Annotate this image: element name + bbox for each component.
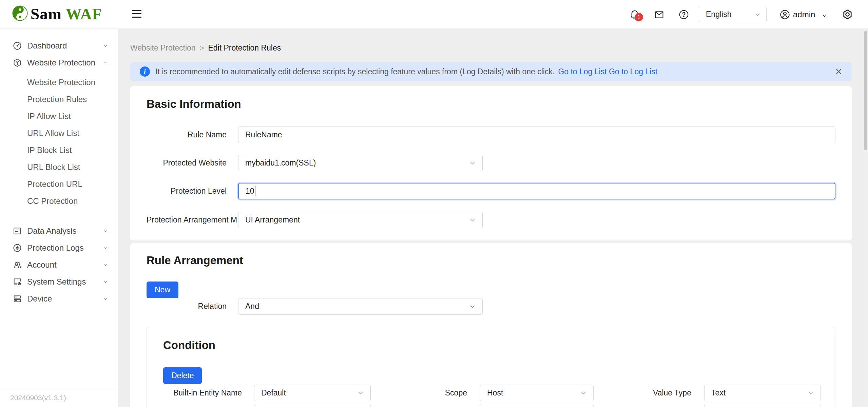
sidebar-item-label: Device — [27, 294, 52, 304]
banner-close-icon[interactable]: ✕ — [835, 67, 842, 77]
sidebar-item-system-settings[interactable]: System Settings — [0, 273, 118, 290]
sidebar-subitem-ip-block-list[interactable]: IP Block List — [0, 142, 118, 159]
brand-logo[interactable]: Sam WAF — [12, 5, 102, 23]
avatar[interactable] — [779, 9, 790, 21]
sidebar-item-data-analysis[interactable]: Data Analysis — [0, 222, 118, 239]
relation-row: Relation And — [147, 298, 835, 315]
data-analysis-icon — [13, 226, 22, 236]
breadcrumb: Website Protection > Edit Protection Rul… — [130, 43, 863, 53]
dashboard-icon — [13, 41, 22, 51]
language-select[interactable]: English — [699, 7, 767, 22]
sidebar-item-label: Data Analysis — [27, 226, 76, 236]
chevron-down-icon — [102, 295, 109, 302]
device-icon — [13, 294, 22, 304]
scope-label: Scope — [426, 385, 467, 401]
scrollbar-track[interactable] — [863, 29, 868, 407]
website-protection-submenu: Website Protection Protection Rules IP A… — [0, 71, 118, 212]
system-settings-icon — [13, 277, 22, 287]
protection-level-input[interactable]: 10 — [238, 183, 835, 199]
breadcrumb-separator: > — [200, 44, 204, 53]
version-label: 20240903(v1.3.1) — [0, 389, 118, 407]
protected-website-select[interactable]: mybaidu1.com(SSL) — [238, 155, 483, 171]
sidebar-item-label: Website Protection — [27, 58, 95, 67]
topbar: Sam WAF 1 English admin — [0, 0, 868, 29]
protected-website-row: Protected Website mybaidu1.com(SSL) — [147, 155, 835, 171]
entity-next-input[interactable] — [254, 404, 371, 407]
chevron-down-icon — [469, 216, 476, 224]
chevron-down-icon — [102, 42, 109, 49]
scope-group: Scope Host — [426, 385, 594, 407]
arrangement-mode-select[interactable]: UI Arrangement — [238, 212, 483, 228]
yinyang-logo-icon — [12, 5, 28, 22]
sidebar-item-label: Protection Logs — [27, 243, 84, 253]
basic-information-title: Basic Information — [147, 98, 835, 111]
relation-select[interactable]: And — [238, 298, 483, 315]
scope-select[interactable]: Host — [480, 385, 594, 401]
sidebar-collapse-button[interactable] — [132, 10, 141, 19]
protected-website-value: mybaidu1.com(SSL) — [245, 158, 469, 168]
info-icon: i — [140, 66, 150, 77]
sidebar-item-dashboard[interactable]: Dashboard — [0, 37, 118, 54]
shield-hexagon-icon — [13, 58, 22, 67]
chevron-up-icon — [102, 59, 109, 66]
chevron-down-icon — [102, 245, 109, 251]
arrangement-mode-value: UI Arrangement — [245, 215, 469, 225]
rule-arrangement-title: Rule Arrangement — [147, 254, 835, 267]
scope-next-input[interactable] — [480, 404, 594, 407]
condition-box: Condition Delete Built-in Entity Name De… — [147, 327, 835, 407]
sidebar-item-device[interactable]: Device — [0, 290, 118, 307]
rule-name-value: RuleName — [245, 130, 282, 139]
sidebar-item-website-protection[interactable]: Website Protection — [0, 54, 118, 71]
chevron-down-icon — [580, 389, 587, 397]
sidebar-subitem-website-protection[interactable]: Website Protection — [0, 74, 118, 91]
protection-level-value: 10 — [246, 187, 254, 196]
sidebar-item-account[interactable]: Account — [0, 256, 118, 273]
rule-arrangement-card: Rule Arrangement New Relation And Condit… — [130, 243, 852, 407]
sidebar-subitem-ip-allow-list[interactable]: IP Allow List — [0, 108, 118, 125]
relation-value: And — [245, 302, 469, 311]
relation-label: Relation — [147, 302, 227, 311]
protection-level-label: Protection Level — [147, 187, 227, 196]
value-type-select[interactable]: Text — [704, 385, 821, 401]
rule-name-input[interactable]: RuleName — [238, 127, 835, 143]
sidebar-subitem-url-allow-list[interactable]: URL Allow List — [0, 125, 118, 142]
sidebar-item-protection-logs[interactable]: Protection Logs — [0, 239, 118, 256]
go-to-log-list-link[interactable]: Go to Log List Go to Log List — [558, 67, 657, 76]
info-banner: i It is recommended to automatically edi… — [130, 62, 852, 81]
chevron-down-icon — [469, 159, 476, 167]
sidebar: Dashboard Website Protection Website Pro… — [0, 29, 118, 407]
value-type-group: Value Type Text — [653, 385, 821, 407]
settings-icon[interactable] — [842, 9, 853, 21]
help-icon[interactable] — [678, 9, 689, 21]
delete-button[interactable]: Delete — [163, 367, 202, 384]
breadcrumb-parent[interactable]: Website Protection — [130, 43, 196, 53]
value-type-next-input[interactable] — [704, 404, 821, 407]
sidebar-item-label: Account — [27, 260, 57, 270]
banner-text: It is recommended to automatically edit … — [155, 67, 555, 76]
sidebar-item-label: System Settings — [27, 277, 86, 287]
sidebar-subitem-url-block-list[interactable]: URL Block List — [0, 159, 118, 176]
entity-select[interactable]: Default — [254, 385, 371, 401]
user-menu[interactable]: admin — [793, 10, 815, 19]
value-type-label: Value Type — [653, 385, 690, 401]
sidebar-item-label: Dashboard — [27, 41, 67, 51]
sidebar-subitem-protection-rules[interactable]: Protection Rules — [0, 91, 118, 108]
sidebar-subitem-protection-url[interactable]: Protection URL — [0, 176, 118, 193]
sidebar-subitem-cc-protection[interactable]: CC Protection — [0, 193, 118, 210]
chevron-down-icon — [807, 389, 814, 397]
entity-group: Built-in Entity Name Default — [163, 385, 371, 407]
notification-count-badge[interactable]: 1 — [635, 13, 643, 21]
arrangement-mode-label: Protection Arrangement M — [147, 215, 227, 225]
rule-name-label: Rule Name — [147, 130, 227, 139]
user-menu-chevron-down-icon[interactable] — [821, 12, 828, 21]
new-button[interactable]: New — [147, 282, 178, 298]
account-users-icon — [13, 260, 22, 270]
brand-name-sam: Sam — [31, 5, 62, 23]
entity-value: Default — [261, 388, 357, 398]
chevron-down-icon — [102, 261, 109, 268]
language-select-value: English — [706, 10, 754, 19]
text-cursor — [255, 186, 255, 196]
brand-name-waf: WAF — [66, 5, 102, 23]
scrollbar-thumb[interactable] — [864, 31, 867, 150]
mail-icon[interactable] — [654, 9, 664, 21]
